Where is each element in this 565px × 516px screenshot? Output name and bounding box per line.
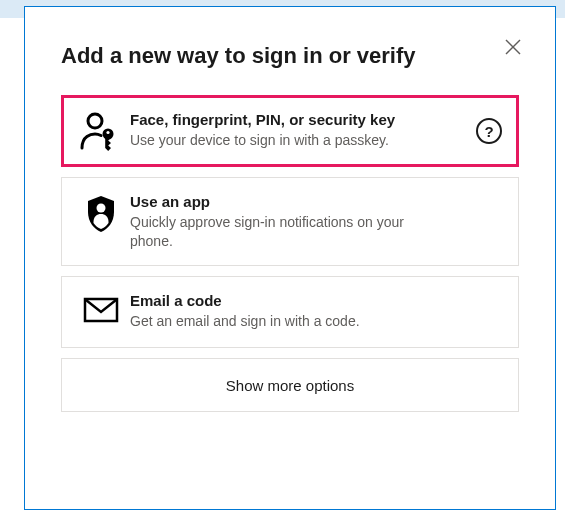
option-desc: Use your device to sign in with a passke… [130, 131, 430, 150]
option-title: Face, fingerprint, PIN, or security key [130, 110, 502, 130]
dialog-title: Add a new way to sign in or verify [61, 43, 519, 69]
signin-options-dialog: Add a new way to sign in or verify Face,… [24, 6, 556, 510]
svg-point-4 [106, 131, 109, 134]
svg-point-2 [88, 114, 102, 128]
question-mark-icon: ? [484, 123, 493, 140]
option-desc: Get an email and sign in with a code. [130, 312, 490, 331]
close-icon [505, 39, 521, 55]
option-title: Use an app [130, 192, 502, 212]
option-title: Email a code [130, 291, 502, 311]
person-key-icon [80, 112, 122, 152]
option-app[interactable]: Use an app Quickly approve sign-in notif… [61, 177, 519, 266]
option-email[interactable]: Email a code Get an email and sign in wi… [61, 276, 519, 348]
svg-point-5 [97, 204, 106, 213]
option-passkey[interactable]: Face, fingerprint, PIN, or security key … [61, 95, 519, 167]
option-desc: Quickly approve sign-in notifications on… [130, 213, 430, 251]
show-more-options-button[interactable]: Show more options [61, 358, 519, 412]
close-button[interactable] [501, 35, 525, 59]
mail-icon [83, 297, 119, 323]
help-button[interactable]: ? [476, 118, 502, 144]
show-more-label: Show more options [226, 377, 354, 394]
authenticator-icon [84, 194, 118, 234]
